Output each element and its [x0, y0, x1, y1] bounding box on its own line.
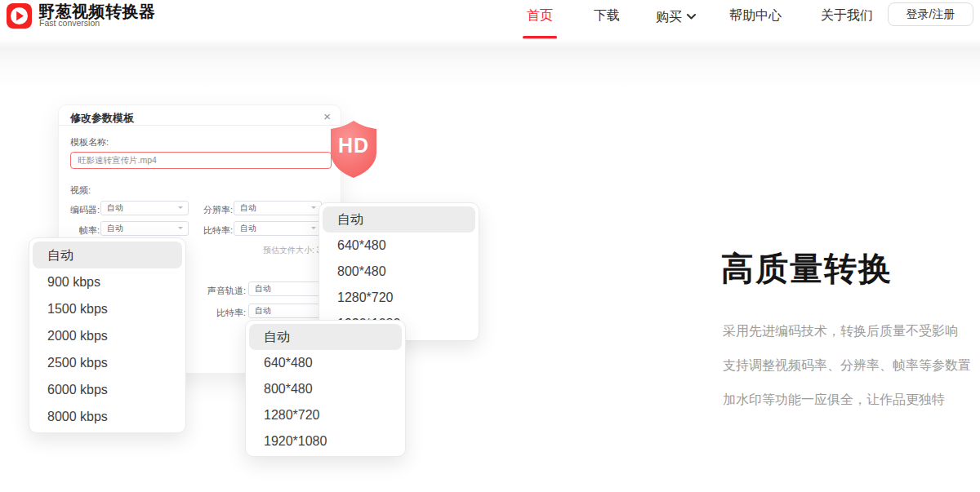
video-bitrate-select[interactable]: 自动 [234, 221, 322, 236]
framerate-select[interactable]: 自动 [100, 221, 189, 236]
resolution-select[interactable]: 自动 [234, 201, 322, 215]
select-caret-icon [178, 206, 183, 211]
encoder-select[interactable]: 自动 [100, 201, 189, 215]
hd-shield-badge: HD [328, 119, 379, 180]
encoder-value: 自动 [107, 202, 123, 215]
template-name-label: 模板名称: [70, 136, 109, 148]
audio-track-value: 自动 [255, 282, 271, 295]
header: 野葱视频转换器 Fast conversion 首页 下载 购买 帮助中心 关于… [0, 0, 980, 39]
active-nav-underline [523, 36, 557, 38]
template-name-input[interactable]: 旺影速转宣传片.mp4 [70, 152, 332, 169]
menu-item[interactable]: 900 kbps [33, 268, 182, 295]
resolution-value: 自动 [240, 202, 256, 215]
menu-item[interactable]: 1920*1080 [249, 428, 402, 454]
bitrate-dropdown-menu: 自动 900 kbps 1500 kbps 2000 kbps 2500 kbp… [29, 237, 186, 433]
menu-item[interactable]: 800*480 [249, 376, 402, 402]
video-bitrate-label: 比特率: [195, 224, 233, 237]
menu-item-auto[interactable]: 自动 [323, 206, 475, 233]
app-logo-icon[interactable] [7, 3, 32, 29]
menu-item[interactable]: 2500 kbps [33, 349, 182, 376]
menu-item[interactable]: 800*480 [323, 259, 475, 285]
menu-item[interactable]: 1500 kbps [33, 295, 182, 322]
nav-item-buy[interactable]: 购买 [656, 7, 696, 24]
menu-item[interactable]: 1280*720 [323, 285, 475, 311]
menu-item[interactable]: 8000 kbps [33, 403, 182, 430]
modal-divider [59, 125, 341, 126]
menu-item-auto[interactable]: 自动 [249, 324, 402, 350]
nav-item-download[interactable]: 下载 [594, 7, 620, 24]
nav-item-home[interactable]: 首页 [527, 7, 553, 24]
hero-description-line: 支持调整视频码率、分辨率、帧率等参数置 [723, 357, 968, 375]
menu-item[interactable]: 640*480 [249, 350, 402, 376]
video-bitrate-value: 自动 [240, 222, 256, 235]
audio-bitrate-label: 比特率: [180, 307, 246, 319]
menu-item-auto[interactable]: 自动 [33, 242, 182, 268]
resolution-label: 分辨率: [195, 204, 233, 216]
hd-badge-text: HD [328, 134, 379, 157]
nav-item-buy-label: 购买 [656, 10, 682, 24]
menu-item[interactable]: 1280*720 [249, 402, 402, 428]
template-name-value: 旺影速转宣传片.mp4 [78, 153, 157, 168]
framerate-label: 帧率: [62, 224, 100, 237]
resolution-dropdown-menu-2: 自动 640*480 800*480 1280*720 1920*1080 [245, 320, 406, 457]
modal-title: 修改参数模板 [70, 111, 134, 126]
encoder-label: 编码器: [62, 204, 100, 216]
brand-subtitle: Fast conversion [39, 18, 100, 28]
hero-description-line: 采用先进编码技术，转换后质量不受影响 [723, 323, 968, 340]
audio-bitrate-value: 自动 [255, 304, 271, 317]
hero-heading: 高质量转换 [721, 246, 893, 291]
hero-description-line: 加水印等功能一应俱全，让作品更独特 [723, 392, 968, 409]
login-register-button[interactable]: 登录/注册 [888, 2, 973, 26]
audio-track-label: 声音轨道: [180, 285, 246, 297]
menu-item[interactable]: 2000 kbps [33, 322, 182, 349]
page: 野葱视频转换器 Fast conversion 首页 下载 购买 帮助中心 关于… [0, 0, 980, 492]
menu-item[interactable]: 640*480 [323, 233, 475, 259]
menu-item[interactable]: 6000 kbps [33, 376, 182, 403]
framerate-value: 自动 [107, 222, 123, 235]
select-caret-icon [311, 206, 316, 211]
select-caret-icon [178, 227, 183, 232]
chevron-down-icon [687, 7, 696, 24]
select-caret-icon [311, 227, 316, 232]
video-section-label: 视频: [70, 184, 91, 197]
nav-item-about-us[interactable]: 关于我们 [821, 7, 873, 24]
nav-item-help-center[interactable]: 帮助中心 [729, 7, 782, 24]
